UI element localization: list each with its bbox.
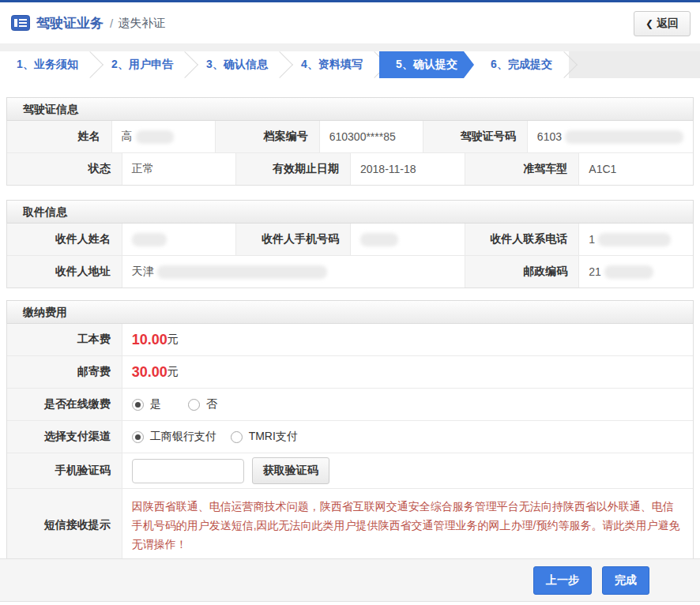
redacted-license-no (565, 130, 683, 144)
redacted-recipient-phone (598, 233, 671, 246)
radio-selected-icon (132, 399, 144, 411)
radio-pay-online-yes[interactable]: 是 (132, 397, 161, 411)
file-no-value: 610300****85 (319, 121, 423, 152)
table-row: 姓名 高 档案编号 610300****85 驾驶证号码 6103 (7, 121, 693, 152)
license-info-section-title: 驾驶证信息 (6, 97, 694, 121)
previous-step-button[interactable]: 上一步 (533, 566, 592, 595)
radio-selected-icon (132, 431, 144, 443)
step-tab-4: 4、资料填写 (284, 51, 379, 78)
redacted-recipient-address (157, 265, 327, 279)
redacted-name (136, 130, 174, 144)
postal-code-value: 21 (578, 256, 693, 287)
license-info-table: 姓名 高 档案编号 610300****85 驾驶证号码 6103 状态 正常 … (6, 121, 694, 186)
payment-table: 工本费 10.00元 邮寄费 30.00元 是否在线缴费 是 否 选择支付渠道 … (6, 324, 694, 562)
fee-amount: 10.00 (132, 332, 167, 348)
license-info-section: 驾驶证信息 姓名 高 档案编号 610300****85 驾驶证号码 6103 … (6, 97, 694, 186)
postal-code-label: 邮政编码 (465, 256, 579, 287)
fee-unit: 元 (167, 365, 179, 379)
table-row: 收件人姓名 收件人手机号码 收件人联系电话 1 (7, 224, 693, 255)
pickup-info-section: 取件信息 收件人姓名 收件人手机号码 收件人联系电话 1 收件人地址 天津 邮政… (6, 200, 694, 288)
vehicle-class-value: A1C1 (578, 153, 693, 185)
redacted-recipient-name (132, 233, 167, 246)
payment-channel-label: 选择支付渠道 (7, 421, 122, 453)
breadcrumb-current: 遗失补证 (118, 16, 165, 31)
pickup-info-section-title: 取件信息 (6, 200, 694, 224)
step-tab-6: 6、完成提交 (474, 51, 569, 78)
expiry-label: 有效期止日期 (235, 153, 350, 185)
sms-code-label: 手机验证码 (7, 453, 122, 488)
recipient-phone-value: 1 (578, 224, 693, 255)
sms-code-field-row: 获取验证码 (122, 453, 693, 488)
recipient-mobile-value (350, 224, 465, 255)
name-label: 姓名 (7, 121, 111, 152)
expiry-value: 2018-11-18 (350, 153, 465, 185)
vehicle-class-label: 准驾车型 (465, 153, 579, 185)
payment-section-title: 缴纳费用 (6, 300, 694, 324)
file-no-label: 档案编号 (215, 121, 319, 152)
table-row: 状态 正常 有效期止日期 2018-11-18 准驾车型 A1C1 (7, 152, 693, 185)
table-row: 邮寄费 30.00元 (7, 355, 693, 388)
online-payment-label: 是否在线缴费 (7, 389, 122, 420)
license-no-value: 6103 (527, 121, 693, 152)
recipient-name-value (122, 224, 236, 255)
back-chevron-icon: ❮ (645, 18, 653, 29)
recipient-address-label: 收件人地址 (7, 256, 122, 287)
license-no-label: 驾驶证号码 (423, 121, 527, 152)
status-label: 状态 (7, 153, 122, 185)
name-value: 高 (111, 121, 216, 152)
breadcrumb-separator: / (110, 17, 113, 30)
redacted-recipient-mobile (360, 233, 398, 246)
table-row: 短信接收提示 因陕西省联通、电信运营商技术问题，陕西省互联网交通安全综合服务管理… (7, 488, 693, 562)
table-row: 工本费 10.00元 (7, 324, 693, 355)
recipient-name-label: 收件人姓名 (7, 224, 122, 255)
online-payment-options: 是 否 (122, 389, 693, 420)
table-row: 选择支付渠道 工商银行支付 TMRI支付 (7, 420, 693, 453)
app-header: 驾驶证业务 / 遗失补证 ❮返回 (0, 2, 700, 43)
footer-action-bar: 上一步 完成 (0, 558, 700, 602)
payment-section: 缴纳费用 工本费 10.00元 邮寄费 30.00元 是否在线缴费 是 否 选择… (6, 300, 694, 562)
tabs-filler (569, 51, 700, 78)
postage-fee-label: 邮寄费 (7, 356, 122, 388)
radio-unselected-icon (188, 399, 200, 411)
postage-fee-value: 30.00元 (122, 356, 693, 388)
radio-channel-tmri[interactable]: TMRI支付 (231, 430, 298, 444)
fee-amount: 30.00 (132, 364, 167, 381)
recipient-phone-label: 收件人联系电话 (465, 224, 579, 255)
production-fee-label: 工本费 (7, 324, 122, 355)
payment-channel-options: 工商银行支付 TMRI支付 (122, 421, 693, 453)
table-row: 手机验证码 获取验证码 (7, 453, 693, 488)
radio-channel-icbc[interactable]: 工商银行支付 (132, 430, 216, 444)
back-button[interactable]: ❮返回 (634, 11, 691, 36)
recipient-address-value: 天津 (122, 256, 465, 287)
pickup-info-table: 收件人姓名 收件人手机号码 收件人联系电话 1 收件人地址 天津 邮政编码 21 (6, 224, 694, 288)
fee-unit: 元 (167, 333, 179, 347)
table-row: 是否在线缴费 是 否 (7, 388, 693, 420)
sms-code-input[interactable] (132, 459, 244, 483)
sms-notice-label: 短信接收提示 (7, 489, 122, 562)
back-button-label: 返回 (657, 17, 679, 29)
step-tab-1: 1、业务须知 (0, 51, 95, 78)
step-tab-2: 2、用户申告 (95, 51, 190, 78)
finish-button[interactable]: 完成 (602, 566, 649, 595)
step-tab-3: 3、确认信息 (190, 51, 284, 78)
sms-notice-text: 因陕西省联通、电信运营商技术问题，陕西省互联网交通安全综合服务管理平台无法向持陕… (122, 489, 693, 562)
radio-pay-online-no[interactable]: 否 (188, 397, 217, 411)
status-value: 正常 (122, 153, 236, 185)
license-list-icon (11, 15, 30, 31)
header-divider-band (0, 43, 700, 51)
radio-unselected-icon (231, 431, 243, 443)
step-tabs: 1、业务须知 2、用户申告 3、确认信息 4、资料填写 5、确认提交 6、完成提… (0, 51, 700, 78)
table-row: 收件人地址 天津 邮政编码 21 (7, 255, 693, 287)
page-title: 驾驶证业务 (36, 14, 103, 32)
redacted-postal-code (604, 265, 653, 279)
get-sms-code-button[interactable]: 获取验证码 (252, 457, 329, 484)
recipient-mobile-label: 收件人手机号码 (235, 224, 350, 255)
step-tab-5-active: 5、确认提交 (379, 51, 474, 78)
production-fee-value: 10.00元 (122, 324, 693, 355)
